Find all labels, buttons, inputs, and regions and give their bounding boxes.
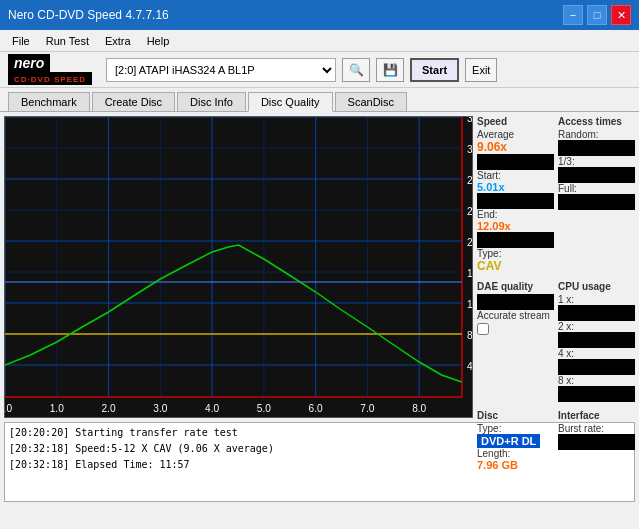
dae-section: DAE quality Accurate stream <box>477 281 554 402</box>
random-bar <box>558 140 635 156</box>
svg-text:4.0: 4.0 <box>205 403 220 414</box>
title-bar: Nero CD-DVD Speed 4.7.7.16 − □ ✕ <box>0 0 639 30</box>
random-label: Random: <box>558 129 635 140</box>
disc-title: Disc <box>477 410 554 421</box>
cpu-section: CPU usage 1 x: 2 x: 4 x: 8 x: <box>558 281 635 402</box>
cpu-1x-bar <box>558 305 635 321</box>
interface-title: Interface <box>558 410 635 421</box>
svg-text:5.0: 5.0 <box>257 403 272 414</box>
tab-bar: Benchmark Create Disc Disc Info Disc Qua… <box>0 88 639 112</box>
dae-bar <box>477 294 554 310</box>
logo-sub: CD·DVD SPEED <box>14 75 86 84</box>
svg-text:36: 36 <box>467 117 472 124</box>
cpu-title: CPU usage <box>558 281 635 292</box>
svg-text:32: 32 <box>467 144 472 155</box>
chart-area: 36 32 28 24 20 16 12 8 4 24 X 20 X 16 X … <box>4 116 473 418</box>
tab-scandisc[interactable]: ScanDisc <box>335 92 407 111</box>
svg-text:3.0: 3.0 <box>153 403 168 414</box>
cpu-8x-bar <box>558 386 635 402</box>
start-label: Start: <box>477 170 554 181</box>
svg-text:4: 4 <box>467 361 472 372</box>
exit-button[interactable]: Exit <box>465 58 497 82</box>
accurate-checkbox[interactable] <box>477 323 489 335</box>
end-bar <box>477 232 554 248</box>
svg-text:16: 16 <box>467 268 472 279</box>
close-button[interactable]: ✕ <box>611 5 631 25</box>
disc-type-value: DVD+R DL <box>477 434 540 448</box>
menu-bar: File Run Test Extra Help <box>0 30 639 52</box>
type-label: Type: <box>477 248 554 259</box>
info-button[interactable]: 🔍 <box>342 58 370 82</box>
right-panel: Speed Average 9.06x Start: 5.01x End: 12… <box>477 116 635 418</box>
svg-text:2.0: 2.0 <box>101 403 116 414</box>
speed-section: Speed Average 9.06x Start: 5.01x End: 12… <box>477 116 554 273</box>
burst-rate-bar <box>558 434 635 450</box>
svg-text:8.0: 8.0 <box>412 403 427 414</box>
menu-extra[interactable]: Extra <box>97 33 139 49</box>
svg-text:0.0: 0.0 <box>5 403 12 414</box>
start-button[interactable]: Start <box>410 58 459 82</box>
svg-text:8: 8 <box>467 330 472 341</box>
minimize-button[interactable]: − <box>563 5 583 25</box>
burst-rate-label: Burst rate: <box>558 423 635 434</box>
cpu-2x-label: 2 x: <box>558 321 635 332</box>
maximize-button[interactable]: □ <box>587 5 607 25</box>
access-section: Access times Random: 1/3: Full: <box>558 116 635 273</box>
interface-section: Interface Burst rate: <box>558 410 635 471</box>
onethird-label: 1/3: <box>558 156 635 167</box>
tab-benchmark[interactable]: Benchmark <box>8 92 90 111</box>
main-content: 36 32 28 24 20 16 12 8 4 24 X 20 X 16 X … <box>0 112 639 422</box>
start-bar <box>477 193 554 209</box>
cpu-4x-bar <box>558 359 635 375</box>
end-value: 12.09x <box>477 220 554 232</box>
disc-length-label: Length: <box>477 448 554 459</box>
speed-title: Speed <box>477 116 554 127</box>
menu-file[interactable]: File <box>4 33 38 49</box>
svg-text:1.0: 1.0 <box>50 403 65 414</box>
start-value: 5.01x <box>477 181 554 193</box>
svg-rect-0 <box>5 117 472 417</box>
cpu-1x-label: 1 x: <box>558 294 635 305</box>
average-bar <box>477 154 554 170</box>
svg-text:7.0: 7.0 <box>360 403 375 414</box>
window-title: Nero CD-DVD Speed 4.7.7.16 <box>8 8 169 22</box>
svg-text:6.0: 6.0 <box>309 403 324 414</box>
svg-text:28: 28 <box>467 175 472 186</box>
toolbar: nero CD·DVD SPEED [2:0] ATAPI iHAS324 A … <box>0 52 639 88</box>
window-controls: − □ ✕ <box>563 5 631 25</box>
full-bar <box>558 194 635 210</box>
svg-text:20: 20 <box>467 237 472 248</box>
save-button[interactable]: 💾 <box>376 58 404 82</box>
drive-dropdown[interactable]: [2:0] ATAPI iHAS324 A BL1P <box>106 58 336 82</box>
disc-type-label: Type: <box>477 423 554 434</box>
cpu-8x-label: 8 x: <box>558 375 635 386</box>
disc-section: Disc Type: DVD+R DL Length: 7.96 GB <box>477 410 554 471</box>
type-value: CAV <box>477 259 554 273</box>
accurate-label: Accurate stream <box>477 310 554 321</box>
tab-disc-info[interactable]: Disc Info <box>177 92 246 111</box>
onethird-bar <box>558 167 635 183</box>
accurate-checkbox-row <box>477 323 554 335</box>
cpu-2x-bar <box>558 332 635 348</box>
access-title: Access times <box>558 116 635 127</box>
average-label: Average <box>477 129 554 140</box>
tab-create-disc[interactable]: Create Disc <box>92 92 175 111</box>
disc-length-value: 7.96 GB <box>477 459 554 471</box>
svg-text:24: 24 <box>467 206 472 217</box>
menu-help[interactable]: Help <box>139 33 178 49</box>
svg-text:12: 12 <box>467 299 472 310</box>
app-logo: nero CD·DVD SPEED <box>8 54 92 85</box>
logo-nero: nero <box>14 55 44 71</box>
tab-disc-quality[interactable]: Disc Quality <box>248 92 333 112</box>
end-label: End: <box>477 209 554 220</box>
cpu-4x-label: 4 x: <box>558 348 635 359</box>
dae-title: DAE quality <box>477 281 554 292</box>
menu-run-test[interactable]: Run Test <box>38 33 97 49</box>
chart-svg: 36 32 28 24 20 16 12 8 4 24 X 20 X 16 X … <box>5 117 472 417</box>
average-value: 9.06x <box>477 140 554 154</box>
full-label: Full: <box>558 183 635 194</box>
